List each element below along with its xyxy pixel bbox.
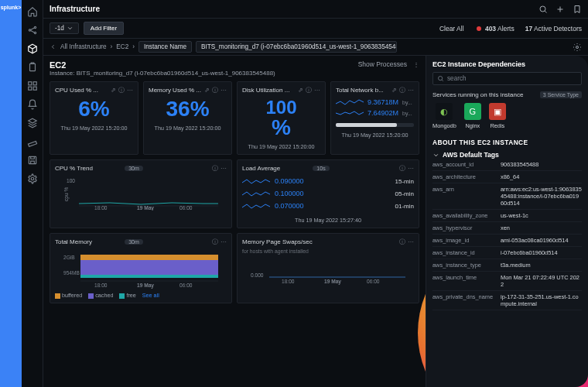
cube-icon[interactable]: [27, 43, 38, 54]
info-icon[interactable]: ⓘ: [399, 238, 405, 246]
show-processes-link[interactable]: Show Processes: [358, 60, 407, 68]
swatch-cached: [88, 293, 94, 299]
tag-key: aws_availability_zone: [432, 212, 496, 219]
kpi-mem-ts: Thu 19 May 2022 15:20:00: [149, 125, 227, 132]
chevron-left-icon[interactable]: [50, 43, 56, 50]
svg-rect-3: [29, 63, 35, 70]
info-icon[interactable]: ⓘ: [212, 238, 218, 246]
clipboard-icon[interactable]: [27, 62, 38, 73]
info-icon[interactable]: ⓘ: [118, 86, 125, 94]
info-icon[interactable]: ⓘ: [212, 86, 218, 94]
detectors-indicator[interactable]: 17 Active Detectors: [525, 25, 582, 33]
service-item[interactable]: ▣Redis: [489, 103, 506, 129]
tag-row: aws_account_id906383545488: [432, 159, 582, 171]
more-icon[interactable]: ⋯: [220, 165, 227, 172]
more-icon[interactable]: ⋯: [127, 87, 133, 94]
crumb-field-select[interactable]: Instance Name: [138, 41, 192, 53]
time-range-select[interactable]: -1d: [50, 22, 79, 34]
service-name: Redis: [490, 122, 504, 129]
service-item[interactable]: GNginx: [464, 103, 481, 129]
more-icon[interactable]: ⋯: [408, 165, 414, 172]
tm-pill: 30m: [125, 239, 143, 245]
kpi-net-title: Total Network b...: [336, 87, 389, 94]
link-icon[interactable]: ⇗: [204, 87, 210, 94]
search-icon: [437, 75, 444, 82]
kpi-disk-ts: Thu 19 May 2022 15:20:00: [242, 143, 320, 150]
kpi-net-ts: Thu 19 May 2022 15:20:00: [336, 132, 414, 139]
info-icon[interactable]: ⓘ: [212, 164, 218, 173]
load-row: 0.09000015-min: [242, 175, 414, 187]
save-icon[interactable]: [27, 155, 38, 166]
svg-text:cpu %: cpu %: [63, 187, 70, 201]
kebab-icon[interactable]: ⋮: [413, 60, 419, 68]
info-icon[interactable]: ⓘ: [399, 164, 405, 173]
link-icon[interactable]: ⇗: [111, 87, 116, 94]
sparkline-icon: [336, 98, 364, 107]
tag-key: aws_private_dns_name: [432, 293, 496, 307]
link-icon[interactable]: ⇗: [298, 87, 303, 94]
grid-icon[interactable]: [27, 80, 38, 91]
swatch-buffered: [55, 293, 60, 299]
mem-swap-chart: 0.000 18:00 19 May 06:00: [242, 254, 414, 285]
tag-value: xen: [501, 224, 582, 231]
cpu-trend-title: CPU % Trend: [55, 165, 121, 172]
add-filter-button[interactable]: Add Filter: [84, 22, 124, 35]
service-name: Nginx: [465, 122, 480, 129]
crumb-all[interactable]: All Infrastructure: [60, 43, 107, 50]
sparkline-icon: [242, 176, 270, 186]
layers-icon[interactable]: [27, 118, 38, 128]
bell-icon[interactable]: [27, 99, 38, 110]
ruler-icon[interactable]: [27, 136, 38, 147]
kpi-cpu-unit: %: [91, 97, 110, 121]
rp-search-input[interactable]: search: [432, 72, 582, 85]
plus-icon[interactable]: [556, 5, 565, 14]
gear-icon[interactable]: [573, 43, 582, 52]
svg-text:18:00: 18:00: [94, 283, 108, 288]
bookmark-icon[interactable]: [573, 5, 582, 14]
detectors-label: Active Detectors: [534, 25, 582, 33]
see-all-link[interactable]: See all: [142, 292, 159, 299]
info-icon[interactable]: ⓘ: [306, 86, 312, 94]
tag-key: aws_account_id: [432, 161, 496, 168]
svg-rect-5: [33, 82, 36, 85]
tag-row: aws_architecturex86_64: [432, 171, 582, 183]
more-icon[interactable]: ⋯: [314, 87, 320, 94]
svg-point-2: [34, 32, 36, 33]
service-icon: ◐: [436, 103, 453, 120]
total-memory-chart: 2GiB 954MB 18:00 19 May 06:00: [55, 248, 227, 289]
crumb-filter-chip[interactable]: BITS_monitoring_d7 (i-07ebc6ba01960d514_…: [196, 41, 397, 53]
tag-row: aws_instance_typet3a.medium: [432, 259, 582, 272]
svg-text:18:00: 18:00: [94, 205, 108, 211]
more-icon[interactable]: ⋯: [408, 87, 414, 94]
rp-title: EC2 Instance Dependencies: [432, 60, 582, 68]
tag-row: aws_private_dns_nameip-172-31-35-251.us-…: [432, 291, 582, 310]
chart-total-memory: Total Memory30mⓘ⋯ 2GiB 954MB 18:00 19 Ma…: [50, 233, 232, 303]
share-icon[interactable]: [27, 25, 38, 36]
clear-all-link[interactable]: Clear All: [439, 25, 464, 33]
more-icon[interactable]: ⋯: [408, 238, 414, 245]
left-nav: [22, 0, 43, 387]
kpi-disk-value: 100: [265, 97, 296, 118]
home-icon[interactable]: [27, 6, 38, 17]
tag-value: i-07ebc6ba01960d514: [501, 249, 582, 256]
svg-text:19 May: 19 May: [137, 205, 154, 211]
settings-icon[interactable]: [27, 173, 38, 184]
svg-text:0.000: 0.000: [251, 272, 264, 278]
chart-cpu-trend: CPU % Trend30mⓘ⋯ 100 cpu % 18:00 19 May …: [50, 159, 232, 228]
more-icon[interactable]: ⋯: [220, 87, 227, 94]
svg-point-0: [29, 29, 30, 31]
svg-text:18:00: 18:00: [282, 279, 295, 284]
swatch-free: [119, 293, 125, 299]
crumb-svc[interactable]: EC2: [116, 43, 128, 50]
info-icon[interactable]: ⓘ: [399, 86, 405, 94]
svg-text:06:00: 06:00: [367, 279, 380, 284]
alerts-indicator[interactable]: 403 Alerts: [477, 25, 514, 33]
service-item[interactable]: ◐Mongodb: [432, 103, 456, 129]
chevron-down-icon: [67, 25, 74, 32]
rp-aws-default[interactable]: AWS Default Tags: [432, 151, 582, 159]
tm-title: Total Memory: [55, 238, 121, 245]
search-icon[interactable]: [538, 5, 548, 14]
more-icon[interactable]: ⋯: [220, 238, 227, 245]
tag-row: aws_image_idami-053ac08ca01960d514: [432, 235, 582, 247]
link-icon[interactable]: ⇗: [391, 87, 397, 94]
